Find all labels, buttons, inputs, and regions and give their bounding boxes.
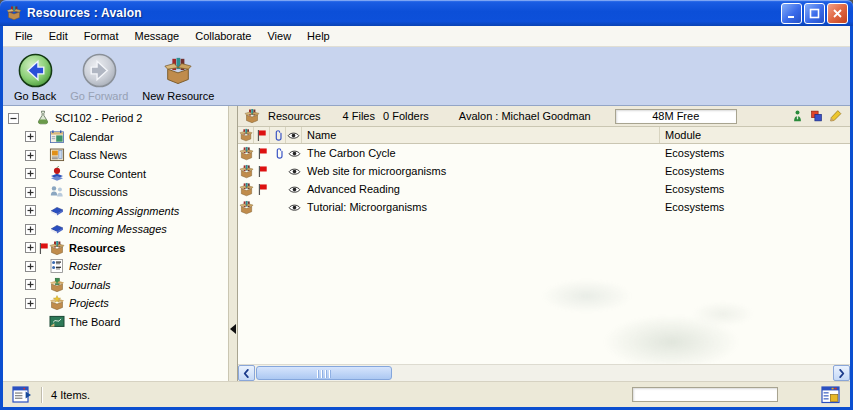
tree-item-calendar[interactable]: Calendar <box>3 128 228 147</box>
resource-box-icon <box>239 128 253 142</box>
column-type-header[interactable] <box>238 127 254 143</box>
go-forward-label: Go Forward <box>70 90 128 102</box>
expand-plus-icon[interactable] <box>25 242 36 253</box>
tree-item-roster[interactable]: Roster <box>3 257 228 276</box>
flag-icon <box>38 242 49 255</box>
tree-item-class-news[interactable]: Class News <box>3 146 228 165</box>
tree-item-label: Discussions <box>69 186 128 198</box>
eye-icon[interactable] <box>288 167 301 176</box>
resource-box-icon <box>239 146 254 161</box>
discussions-icon <box>49 184 65 200</box>
member-icon[interactable] <box>791 109 804 123</box>
tree-item-course-root[interactable]: SCI102 - Period 2 <box>3 109 228 128</box>
tree-item-course-content[interactable]: Course Content <box>3 165 228 184</box>
app-resource-box-icon <box>6 5 22 21</box>
splitter-collapse-arrow-icon[interactable] <box>230 324 236 334</box>
menu-edit[interactable]: Edit <box>41 28 76 44</box>
scroll-right-button[interactable] <box>833 365 850 381</box>
resource-row[interactable]: Web site for microorganisms Ecosystems <box>238 162 850 180</box>
new-resource-label: New Resource <box>142 90 214 102</box>
menu-help[interactable]: Help <box>299 28 338 44</box>
main-area: SCI102 - Period 2 Calendar Class News <box>3 106 850 381</box>
resource-box-icon <box>239 182 254 197</box>
panel-splitter[interactable] <box>228 106 238 381</box>
expand-plus-icon[interactable] <box>25 187 36 198</box>
collapse-expander-icon[interactable] <box>8 113 19 124</box>
panel-info-bar: Resources 4 Files 0 Folders Avalon : Mic… <box>238 106 850 127</box>
resource-name[interactable]: Web site for microorganisms <box>302 165 660 177</box>
tree-item-resources[interactable]: Resources <box>3 239 228 258</box>
eye-icon[interactable] <box>288 185 301 194</box>
resource-name[interactable]: Tutorial: Microorganisms <box>302 201 660 213</box>
resource-name[interactable]: Advanced Reading <box>302 183 660 195</box>
tree-item-discussions[interactable]: Discussions <box>3 183 228 202</box>
tree-item-projects[interactable]: Projects <box>3 294 228 313</box>
column-name-header[interactable]: Name <box>302 127 660 143</box>
tree-item-label: SCI102 - Period 2 <box>55 112 142 124</box>
expand-plus-icon[interactable] <box>25 131 36 142</box>
edit-pencil-icon[interactable] <box>829 109 842 123</box>
tree-item-the-board[interactable]: The Board <box>3 313 228 332</box>
panel-action-icons <box>791 109 842 123</box>
expand-plus-icon[interactable] <box>25 279 36 290</box>
expand-plus-icon[interactable] <box>25 298 36 309</box>
scroll-left-button[interactable] <box>238 365 255 381</box>
go-forward-button[interactable]: Go Forward <box>65 50 133 104</box>
resource-row[interactable]: Advanced Reading Ecosystems <box>238 180 850 198</box>
minimize-button[interactable] <box>781 3 802 24</box>
expand-plus-icon[interactable] <box>25 261 36 272</box>
tree-item-label: Incoming Assignments <box>69 205 179 217</box>
menu-format[interactable]: Format <box>76 28 127 44</box>
scrollbar-thumb[interactable] <box>256 366 392 380</box>
column-module-header[interactable]: Module <box>660 129 850 141</box>
expand-plus-icon[interactable] <box>25 224 36 235</box>
resource-box-icon <box>49 240 65 256</box>
book-icon <box>49 203 65 219</box>
menu-view[interactable]: View <box>259 28 299 44</box>
app-window: Resources : Avalon File Edit Format Mess… <box>0 0 853 410</box>
eye-icon[interactable] <box>288 149 301 158</box>
resource-box-icon <box>244 108 260 124</box>
projects-icon <box>49 295 65 311</box>
tree-item-journals[interactable]: Journals <box>3 276 228 295</box>
tree-item-incoming-assignments[interactable]: Incoming Assignments <box>3 202 228 221</box>
copy-pages-icon[interactable] <box>810 109 823 123</box>
expand-plus-icon[interactable] <box>25 205 36 216</box>
calendar-icon <box>49 129 65 145</box>
go-back-button[interactable]: Go Back <box>9 50 61 104</box>
toolbar: Go Back Go Forward New Resource <box>3 47 850 106</box>
column-attachment-header[interactable] <box>270 127 286 143</box>
maximize-button[interactable] <box>804 3 825 24</box>
column-visibility-header[interactable] <box>286 127 302 143</box>
tree-item-label: Course Content <box>69 168 146 180</box>
flag-icon <box>257 165 268 178</box>
column-flag-header[interactable] <box>254 127 270 143</box>
resource-name[interactable]: The Carbon Cycle <box>302 147 660 159</box>
resource-module: Ecosystems <box>660 201 850 213</box>
menu-bar: File Edit Format Message Collaborate Vie… <box>3 26 850 47</box>
menu-collaborate[interactable]: Collaborate <box>187 28 259 44</box>
tree-item-label: The Board <box>69 316 120 328</box>
news-icon <box>49 147 65 163</box>
go-forward-icon <box>81 52 118 89</box>
free-space-indicator: 48M Free <box>615 109 737 124</box>
files-count: 4 Files <box>343 110 375 122</box>
expand-plus-icon[interactable] <box>25 150 36 161</box>
title-bar[interactable]: Resources : Avalon <box>0 0 853 26</box>
paperclip-icon <box>273 147 284 160</box>
resource-module: Ecosystems <box>660 165 850 177</box>
resource-row[interactable]: Tutorial: Microorganisms Ecosystems <box>238 198 850 216</box>
flag-icon <box>257 147 268 160</box>
menu-file[interactable]: File <box>7 28 41 44</box>
expand-plus-icon[interactable] <box>25 168 36 179</box>
eye-icon[interactable] <box>288 203 301 212</box>
menu-message[interactable]: Message <box>127 28 188 44</box>
layout-view-icon[interactable] <box>821 386 841 404</box>
new-resource-button[interactable]: New Resource <box>137 50 219 104</box>
resource-row[interactable]: The Carbon Cycle Ecosystems <box>238 144 850 162</box>
roster-icon <box>49 258 65 274</box>
close-button[interactable] <box>827 3 848 24</box>
details-view-icon[interactable] <box>12 386 32 404</box>
horizontal-scrollbar[interactable] <box>238 364 850 381</box>
tree-item-incoming-messages[interactable]: Incoming Messages <box>3 220 228 239</box>
